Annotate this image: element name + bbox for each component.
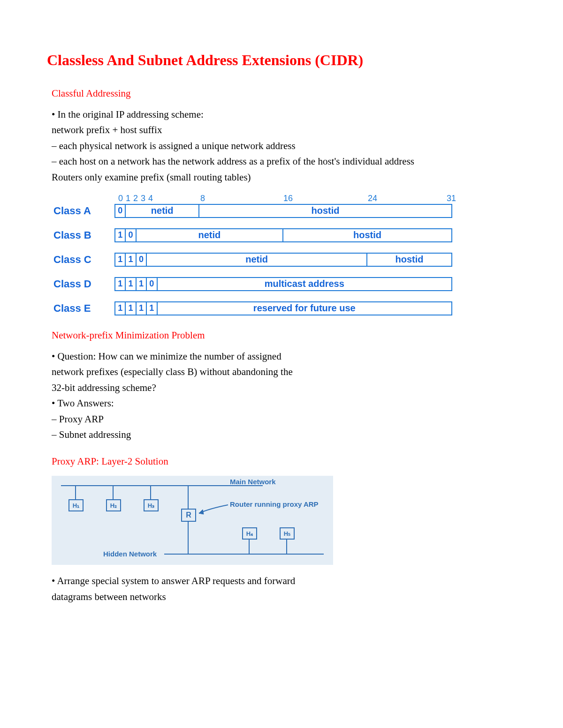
text-line: 32-bit addressing scheme? bbox=[52, 381, 418, 395]
class-label: Class B bbox=[52, 229, 114, 241]
text-line: Routers only examine prefix (small routi… bbox=[52, 171, 418, 184]
prefix-bit: 1 bbox=[126, 278, 136, 290]
segment-netid: netid bbox=[147, 254, 367, 266]
class-address-diagram: 0 1 2 3 4 8 16 24 31 Class A0netidhostid… bbox=[52, 194, 516, 315]
text-line: network prefix + host suffix bbox=[52, 123, 418, 137]
bit-scale: 0 1 2 3 4 8 16 24 31 bbox=[118, 194, 456, 204]
prefix-bit: 1 bbox=[147, 302, 157, 315]
drop-line bbox=[75, 485, 76, 499]
bit-marker: 3 bbox=[141, 194, 145, 203]
router-label: Router running proxy ARP bbox=[230, 500, 319, 508]
heading-classful: Classful Addressing bbox=[52, 88, 516, 99]
rise-line bbox=[286, 539, 287, 554]
segment-hostid: hostid bbox=[199, 205, 451, 217]
minimization-text: • Question: How can we minimize the numb… bbox=[47, 350, 516, 442]
bit-marker: 0 bbox=[118, 194, 123, 203]
arrow-icon bbox=[195, 503, 229, 517]
prefix-bit: 0 bbox=[137, 254, 147, 266]
text-line: network prefixes (especially class B) wi… bbox=[52, 365, 418, 379]
class-row: Class A0netidhostid bbox=[52, 204, 516, 218]
class-row: Class B10netidhostid bbox=[52, 228, 516, 242]
host-box: H₄ bbox=[242, 527, 257, 540]
bit-marker: 8 bbox=[200, 194, 205, 203]
classful-text: • In the original IP addressing scheme: … bbox=[47, 108, 516, 184]
svg-marker-0 bbox=[199, 510, 204, 514]
prefix-bit: 1 bbox=[137, 278, 147, 290]
segment-reserved-for-future-use: reserved for future use bbox=[158, 302, 451, 315]
bit-marker: 24 bbox=[368, 194, 377, 203]
host-box: H₁ bbox=[68, 499, 84, 511]
router-drop-bottom bbox=[188, 521, 189, 554]
prefix-bit: 1 bbox=[126, 254, 136, 266]
class-label: Class E bbox=[52, 302, 114, 315]
text-line: • Arrange special system to answer ARP r… bbox=[52, 574, 418, 588]
prefix-bit: 1 bbox=[115, 302, 126, 315]
class-label: Class A bbox=[52, 205, 114, 217]
heading-proxy: Proxy ARP: Layer-2 Solution bbox=[52, 456, 516, 467]
host-box: H₅ bbox=[280, 527, 295, 540]
host-box: H₃ bbox=[144, 499, 159, 511]
class-row: Class E1111reserved for future use bbox=[52, 301, 516, 315]
rise-line bbox=[249, 539, 250, 554]
prefix-bit: 1 bbox=[126, 302, 136, 315]
bits-box: 1111reserved for future use bbox=[114, 301, 452, 315]
text-line: datagrams between networks bbox=[52, 590, 418, 604]
bits-box: 1110multicast address bbox=[114, 277, 452, 291]
bit-marker: 1 bbox=[126, 194, 130, 203]
prefix-bit: 0 bbox=[115, 205, 126, 217]
text-line: – Subnet addressing bbox=[52, 428, 418, 442]
segment-hostid: hostid bbox=[283, 229, 451, 241]
proxy-text: • Arrange special system to answer ARP r… bbox=[47, 574, 516, 604]
text-line: • In the original IP addressing scheme: bbox=[52, 108, 418, 121]
drop-line bbox=[113, 485, 114, 499]
prefix-bit: 0 bbox=[126, 229, 136, 241]
class-row: Class C110netidhostid bbox=[52, 253, 516, 267]
class-label: Class D bbox=[52, 278, 114, 290]
class-row: Class D1110multicast address bbox=[52, 277, 516, 291]
bits-box: 10netidhostid bbox=[114, 228, 452, 242]
drop-line bbox=[150, 485, 151, 499]
document-page: Classless And Subnet Address Extensions … bbox=[0, 0, 563, 728]
page-title: Classless And Subnet Address Extensions … bbox=[47, 52, 516, 69]
bits-box: 110netidhostid bbox=[114, 253, 452, 267]
bit-marker: 4 bbox=[148, 194, 153, 203]
segment-hostid: hostid bbox=[367, 254, 451, 266]
prefix-bit: 1 bbox=[115, 254, 126, 266]
text-line: – each physical network is assigned a un… bbox=[52, 139, 418, 153]
bit-marker: 2 bbox=[133, 194, 138, 203]
proxy-arp-diagram: Main Network H₁ H₂ H₃ R Router running p… bbox=[52, 476, 333, 565]
bits-box: 0netidhostid bbox=[114, 204, 452, 218]
segment-netid: netid bbox=[137, 229, 283, 241]
router-drop-top bbox=[188, 485, 189, 509]
prefix-bit: 1 bbox=[115, 229, 126, 241]
hidden-network-line bbox=[164, 554, 324, 555]
text-line: • Question: How can we minimize the numb… bbox=[52, 350, 418, 363]
class-label: Class C bbox=[52, 254, 114, 266]
bit-marker: 31 bbox=[447, 194, 456, 203]
prefix-bit: 0 bbox=[147, 278, 157, 290]
text-line: – each host on a network has the network… bbox=[52, 155, 418, 168]
main-network-label: Main Network bbox=[230, 478, 276, 486]
router-box: R bbox=[181, 509, 196, 522]
host-box: H₂ bbox=[106, 499, 121, 511]
text-line: • Two Answers: bbox=[52, 397, 418, 410]
text-line: – Proxy ARP bbox=[52, 413, 418, 426]
hidden-network-label: Hidden Network bbox=[103, 550, 157, 558]
bit-marker: 16 bbox=[283, 194, 293, 203]
segment-multicast-address: multicast address bbox=[158, 278, 451, 290]
prefix-bit: 1 bbox=[115, 278, 126, 290]
prefix-bit: 1 bbox=[137, 302, 147, 315]
segment-netid: netid bbox=[126, 205, 199, 217]
heading-minimization: Network-prefix Minimization Problem bbox=[52, 330, 516, 341]
